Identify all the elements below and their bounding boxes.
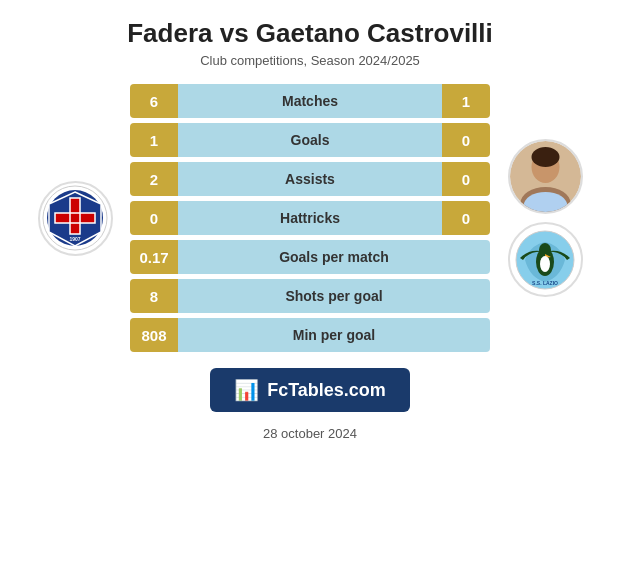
team1-logo: 1907 xyxy=(38,181,113,256)
fctables-icon: 📊 xyxy=(234,378,259,402)
right-side: S.S. LAZIO xyxy=(490,139,600,297)
stat-left-value: 0.17 xyxy=(130,240,178,274)
svg-rect-4 xyxy=(55,213,95,223)
page-subtitle: Club competitions, Season 2024/2025 xyxy=(200,53,420,68)
stat-row: 0.17Goals per match xyxy=(130,240,490,274)
stat-label: Goals per match xyxy=(178,240,490,274)
stats-container: 6Matches11Goals02Assists00Hattricks00.17… xyxy=(130,84,490,352)
player-avatar xyxy=(508,139,583,214)
stat-label: Goals xyxy=(178,123,442,157)
stat-left-value: 8 xyxy=(130,279,178,313)
stat-label: Shots per goal xyxy=(178,279,490,313)
stat-row: 2Assists0 xyxy=(130,162,490,196)
svg-text:S.S. LAZIO: S.S. LAZIO xyxy=(532,280,558,286)
stat-label: Hattricks xyxy=(178,201,442,235)
date-footer: 28 october 2024 xyxy=(263,426,357,441)
stat-right-value: 0 xyxy=(442,123,490,157)
stat-row: 8Shots per goal xyxy=(130,279,490,313)
stat-row: 0Hattricks0 xyxy=(130,201,490,235)
stat-row: 6Matches1 xyxy=(130,84,490,118)
stat-label: Assists xyxy=(178,162,442,196)
stat-right-value: 0 xyxy=(442,162,490,196)
stat-right-value: 0 xyxy=(442,201,490,235)
stat-left-value: 6 xyxy=(130,84,178,118)
fctables-text: FcTables.com xyxy=(267,380,386,401)
stat-left-value: 2 xyxy=(130,162,178,196)
fctables-badge[interactable]: 📊 FcTables.com xyxy=(210,368,410,412)
page-title: Fadera vs Gaetano Castrovilli xyxy=(127,18,493,49)
stat-right-value: 1 xyxy=(442,84,490,118)
svg-point-10 xyxy=(531,147,559,167)
page-container: Fadera vs Gaetano Castrovilli Club compe… xyxy=(0,0,620,580)
stat-label: Min per goal xyxy=(178,318,490,352)
stat-row: 808Min per goal xyxy=(130,318,490,352)
left-side: 1907 xyxy=(20,181,130,256)
stat-left-value: 0 xyxy=(130,201,178,235)
team2-logo: S.S. LAZIO xyxy=(508,222,583,297)
stat-left-value: 808 xyxy=(130,318,178,352)
main-content: 1907 6Matches11Goals02Assists00Hattricks… xyxy=(10,84,610,352)
stat-row: 1Goals0 xyxy=(130,123,490,157)
stat-left-value: 1 xyxy=(130,123,178,157)
stat-label: Matches xyxy=(178,84,442,118)
svg-point-17 xyxy=(540,256,550,272)
svg-text:1907: 1907 xyxy=(69,236,80,242)
